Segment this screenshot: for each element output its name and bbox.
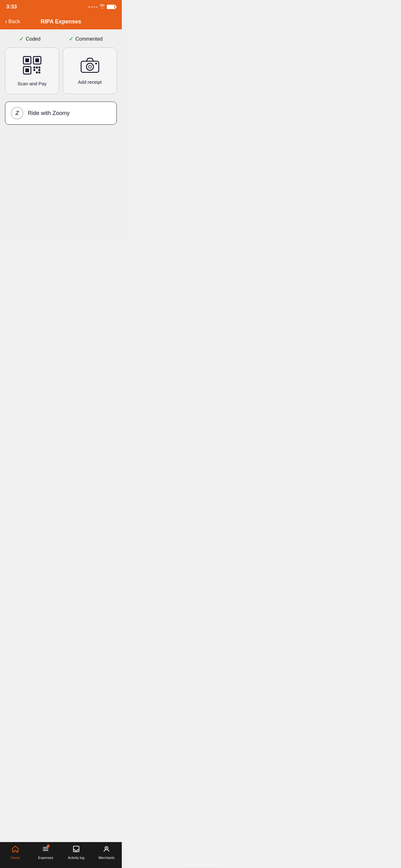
back-label: Back	[8, 19, 20, 25]
action-buttons: Scan and Pay Add receipt	[5, 48, 117, 94]
svg-rect-7	[36, 67, 38, 68]
scan-pay-label: Scan and Pay	[18, 81, 46, 86]
status-bar: 3:33	[0, 0, 122, 14]
signal-icon	[89, 6, 97, 8]
back-chevron-icon: ‹	[5, 18, 7, 25]
page-title: RIPA Expenses	[41, 19, 81, 25]
commented-label: Commented	[75, 36, 102, 42]
add-receipt-label: Add receipt	[78, 80, 102, 85]
svg-rect-5	[35, 58, 39, 62]
status-badges: ✓ Coded ✓ Commented	[5, 36, 117, 42]
wifi-icon	[99, 4, 105, 10]
zoomy-row[interactable]: Z Ride with Zoomy	[5, 101, 117, 125]
zoomy-label: Ride with Zoomy	[28, 110, 70, 117]
svg-rect-3	[25, 68, 29, 72]
commented-badge: ✓ Commented	[69, 36, 102, 42]
add-receipt-button[interactable]: Add receipt	[63, 48, 117, 94]
camera-icon	[80, 57, 100, 75]
svg-rect-10	[38, 69, 40, 71]
coded-label: Coded	[26, 36, 40, 42]
coded-badge: ✓ Coded	[19, 36, 40, 42]
svg-rect-1	[25, 58, 29, 62]
svg-point-14	[86, 63, 93, 70]
svg-rect-9	[33, 69, 35, 71]
nav-bar: ‹ Back RIPA Expenses	[0, 14, 122, 29]
zoomy-icon: Z	[11, 107, 24, 119]
svg-point-16	[95, 63, 97, 65]
main-content: ✓ Coded ✓ Commented	[0, 29, 122, 238]
zoomy-letter: Z	[15, 110, 19, 117]
svg-rect-8	[38, 67, 40, 68]
status-time: 3:33	[6, 4, 17, 10]
status-icons	[89, 4, 115, 10]
commented-check-icon: ✓	[69, 36, 73, 42]
svg-point-15	[89, 65, 91, 68]
svg-rect-6	[33, 67, 35, 68]
coded-check-icon: ✓	[19, 36, 24, 42]
back-button[interactable]: ‹ Back	[5, 18, 20, 25]
svg-rect-11	[36, 71, 38, 73]
scan-pay-button[interactable]: Scan and Pay	[5, 48, 59, 94]
battery-icon	[107, 5, 115, 9]
svg-rect-12	[38, 71, 40, 73]
qr-icon	[22, 55, 42, 76]
